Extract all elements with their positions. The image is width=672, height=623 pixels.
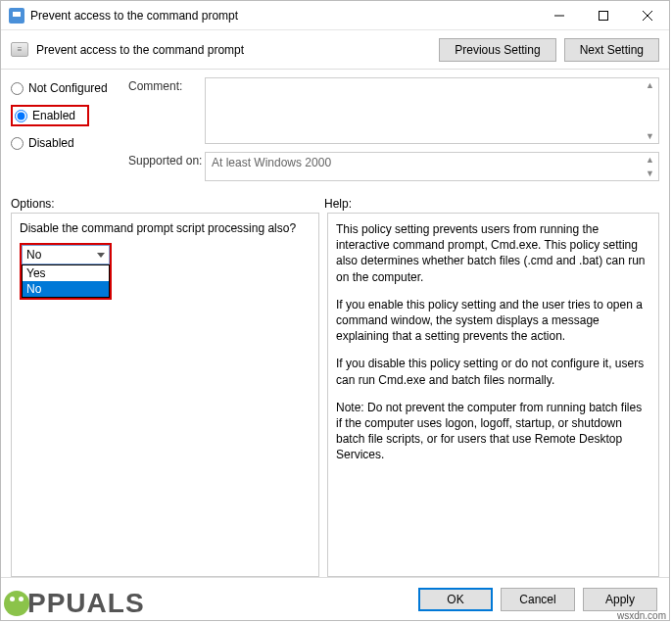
help-panel: This policy setting prevents users from …	[327, 213, 659, 577]
apply-button[interactable]: Apply	[583, 588, 657, 611]
svg-rect-1	[13, 12, 21, 17]
window-title: Prevent access to the command prompt	[30, 9, 537, 23]
svg-rect-3	[599, 11, 607, 20]
radio-enabled-label: Enabled	[32, 109, 75, 122]
supported-value: At least Windows 2000	[212, 156, 331, 169]
previous-setting-button[interactable]: Previous Setting	[439, 38, 555, 62]
cancel-button[interactable]: Cancel	[501, 588, 575, 611]
comment-row: Comment: ▲ ▼	[128, 77, 659, 144]
help-paragraph-1: This policy setting prevents users from …	[336, 221, 650, 285]
radio-not-configured[interactable]: Not Configured	[11, 81, 128, 95]
script-processing-dropdown-area: No Yes No	[20, 243, 112, 300]
radio-not-configured-input[interactable]	[11, 82, 24, 95]
dropdown-list: Yes No	[22, 264, 110, 298]
help-paragraph-3: If you disable this policy setting or do…	[336, 356, 650, 387]
help-paragraph-2: If you enable this policy setting and th…	[336, 297, 650, 345]
supported-label: Supported on:	[128, 152, 205, 181]
app-icon	[9, 8, 24, 24]
state-radio-group: Not Configured Enabled Disabled	[11, 77, 128, 189]
source-text: wsxdn.com	[617, 610, 666, 621]
titlebar: Prevent access to the command prompt	[1, 1, 669, 30]
dropdown-option-yes[interactable]: Yes	[23, 265, 109, 281]
minimize-button[interactable]	[537, 1, 581, 29]
policy-icon: ≡	[11, 42, 28, 57]
radio-enabled-input[interactable]	[15, 110, 27, 122]
radio-not-configured-label: Not Configured	[28, 81, 108, 95]
maximize-button[interactable]	[581, 1, 625, 29]
comment-input[interactable]: ▲ ▼	[205, 77, 659, 144]
subheader: ≡ Prevent access to the command prompt P…	[1, 30, 669, 70]
close-button[interactable]	[625, 1, 669, 29]
policy-title: Prevent access to the command prompt	[36, 43, 431, 57]
radio-disabled[interactable]: Disabled	[11, 136, 128, 150]
next-setting-button[interactable]: Next Setting	[564, 38, 659, 62]
fields-column: Comment: ▲ ▼ Supported on: At least Wind…	[128, 77, 659, 189]
supported-row: Supported on: At least Windows 2000 ▲ ▼	[128, 152, 659, 181]
config-area: Not Configured Enabled Disabled Comment:…	[1, 70, 669, 193]
panels: Disable the command prompt script proces…	[1, 213, 669, 577]
radio-enabled[interactable]: Enabled	[11, 105, 89, 126]
footer: OK Cancel Apply	[1, 577, 669, 620]
scroll-up-icon[interactable]: ▲	[642, 78, 658, 92]
supported-value-box: At least Windows 2000 ▲ ▼	[205, 152, 659, 181]
ok-button[interactable]: OK	[418, 588, 493, 611]
gpedit-policy-window: Prevent access to the command prompt ≡ P…	[0, 0, 670, 621]
section-labels: Options: Help:	[1, 193, 669, 213]
help-paragraph-4: Note: Do not prevent the computer from r…	[336, 400, 650, 463]
scroll-up-icon[interactable]: ▲	[642, 153, 658, 167]
scroll-down-icon[interactable]: ▼	[642, 129, 658, 143]
radio-disabled-input[interactable]	[11, 137, 24, 150]
comment-label: Comment:	[128, 77, 205, 144]
options-panel: Disable the command prompt script proces…	[11, 213, 319, 577]
scroll-down-icon[interactable]: ▼	[642, 167, 658, 180]
dropdown-selected-value: No	[26, 248, 41, 262]
options-heading: Options:	[11, 197, 324, 211]
option-question: Disable the command prompt script proces…	[20, 221, 311, 235]
dropdown-option-no[interactable]: No	[23, 281, 109, 297]
script-processing-dropdown[interactable]: No	[22, 245, 110, 264]
radio-disabled-label: Disabled	[28, 136, 74, 150]
help-heading: Help:	[324, 197, 352, 211]
